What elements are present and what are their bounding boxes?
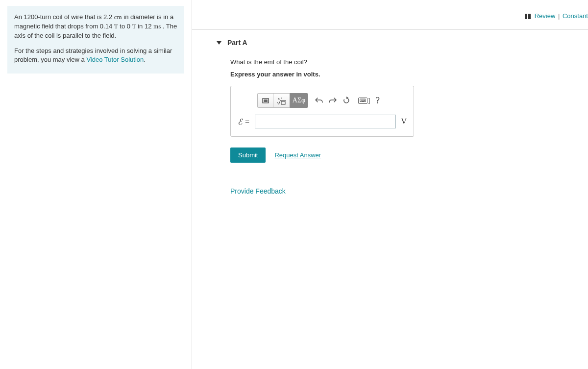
part-header[interactable]: Part A	[217, 39, 588, 47]
problem-paragraph-1: An 1200-turn coil of wire that is 2.2 cm…	[14, 13, 177, 41]
submit-button[interactable]: Submit	[230, 148, 266, 163]
fraction-root-icon: x a	[277, 96, 287, 105]
review-icon	[525, 14, 531, 19]
part-title: Part A	[227, 39, 247, 47]
request-answer-link[interactable]: Request Answer	[274, 151, 321, 159]
keyboard-icon: ⌨	[358, 98, 368, 104]
unit-label: V	[401, 117, 407, 126]
greek-letters-button[interactable]: ΑΣφ	[290, 93, 308, 108]
equation-toolbar: x a ΑΣφ	[257, 93, 407, 108]
svg-rect-1	[528, 14, 531, 19]
answer-input[interactable]	[255, 115, 396, 128]
video-tutor-link[interactable]: Video Tutor Solution	[86, 56, 144, 63]
answer-widget: x a ΑΣφ	[230, 86, 414, 137]
question-instruction: Express your answer in volts.	[230, 71, 588, 78]
problem-statement: An 1200-turn coil of wire that is 2.2 cm…	[7, 6, 184, 74]
constants-link[interactable]: Constant	[563, 12, 588, 20]
help-button[interactable]: ?	[371, 94, 385, 107]
keyboard-button[interactable]: ⌨ ]	[357, 94, 371, 107]
svg-rect-6	[281, 101, 285, 104]
svg-text:a: a	[281, 97, 282, 99]
redo-icon	[329, 97, 337, 104]
collapse-icon	[217, 41, 221, 45]
problem-paragraph-2: For the steps and strategies involved in…	[14, 47, 177, 65]
svg-rect-3	[264, 99, 268, 102]
rect-template-icon	[262, 97, 270, 104]
reset-icon	[343, 97, 350, 104]
provide-feedback-link[interactable]: Provide Feedback	[230, 187, 588, 195]
svg-rect-0	[525, 14, 527, 19]
reset-button[interactable]	[340, 94, 353, 107]
undo-icon	[315, 97, 323, 104]
svg-text:x: x	[278, 97, 280, 101]
question-text: What is the emf of the coil?	[230, 58, 588, 66]
fraction-root-button[interactable]: x a	[273, 93, 290, 108]
review-link[interactable]: Review	[535, 12, 556, 20]
top-links: Review | Constant	[192, 0, 588, 29]
undo-button[interactable]	[312, 94, 326, 107]
template-button[interactable]	[257, 93, 273, 108]
variable-label: ℰ =	[238, 117, 250, 126]
redo-button[interactable]	[326, 94, 340, 107]
